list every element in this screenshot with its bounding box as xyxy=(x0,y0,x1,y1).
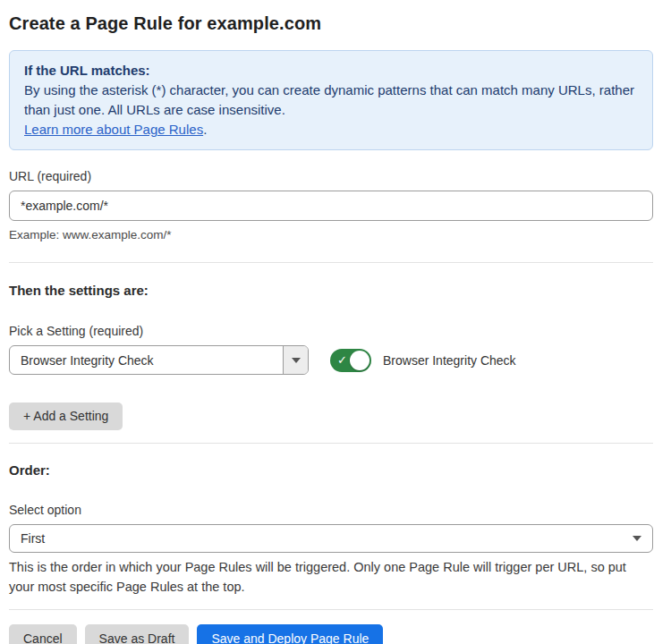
save-draft-button[interactable]: Save as Draft xyxy=(85,624,190,644)
cancel-button[interactable]: Cancel xyxy=(9,624,77,644)
link-suffix: . xyxy=(203,122,207,137)
learn-more-link[interactable]: Learn more about Page Rules xyxy=(24,122,203,137)
browser-integrity-toggle[interactable]: ✓ xyxy=(330,349,371,372)
setting-dropdown-value: Browser Integrity Check xyxy=(10,346,283,374)
setting-row: Browser Integrity Check ✓ Browser Integr… xyxy=(9,345,653,375)
page-title: Create a Page Rule for example.com xyxy=(9,13,653,34)
divider-before-footer xyxy=(9,609,653,610)
setting-dropdown-button[interactable] xyxy=(283,346,308,374)
check-icon: ✓ xyxy=(337,354,347,366)
toggle-label: Browser Integrity Check xyxy=(383,353,516,368)
info-link-line: Learn more about Page Rules. xyxy=(24,120,638,140)
order-select[interactable]: First xyxy=(9,524,653,553)
info-box-body: By using the asterisk (*) character, you… xyxy=(24,80,638,120)
url-example-hint: Example: www.example.com/* xyxy=(9,227,653,242)
pick-setting-label: Pick a Setting (required) xyxy=(9,323,653,339)
url-input[interactable] xyxy=(9,191,653,221)
order-description: This is the order in which your Page Rul… xyxy=(9,557,653,597)
info-box-heading: If the URL matches: xyxy=(24,61,638,80)
footer-actions: Cancel Save as Draft Save and Deploy Pag… xyxy=(9,624,653,644)
setting-dropdown[interactable]: Browser Integrity Check xyxy=(9,345,309,375)
save-deploy-button[interactable]: Save and Deploy Page Rule xyxy=(197,624,383,644)
toggle-knob xyxy=(350,351,369,370)
chevron-down-icon xyxy=(633,536,641,541)
url-match-info-box: If the URL matches: By using the asteris… xyxy=(9,50,653,150)
order-select-label: Select option xyxy=(9,502,653,518)
order-select-value: First xyxy=(21,531,633,546)
order-section-heading: Order: xyxy=(9,462,653,479)
setting-toggle-group: ✓ Browser Integrity Check xyxy=(330,349,516,372)
settings-section-heading: Then the settings are: xyxy=(9,282,653,299)
page-rule-form: Create a Page Rule for example.com If th… xyxy=(9,0,653,644)
url-field-label: URL (required) xyxy=(9,168,653,184)
divider-after-settings xyxy=(9,443,653,444)
divider-after-url xyxy=(9,262,653,263)
add-setting-button[interactable]: + Add a Setting xyxy=(9,402,123,430)
chevron-down-icon xyxy=(292,358,301,363)
